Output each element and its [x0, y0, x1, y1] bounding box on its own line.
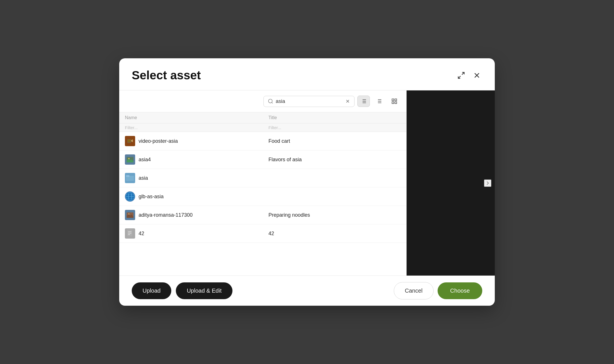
table-row[interactable]: aditya-romansa-117300 Preparing noodles [119, 206, 406, 224]
modal-footer: Upload Upload & Edit Cancel Choose [119, 276, 495, 306]
search-input[interactable] [276, 98, 343, 104]
left-panel: Name Title Filter... Filter... [119, 90, 407, 276]
footer-left-actions: Upload Upload & Edit [132, 282, 232, 299]
thumb-image2-icon [125, 210, 135, 220]
search-bar-row [119, 90, 406, 112]
search-clear-button[interactable] [345, 99, 350, 104]
asset-name: video-poster-asia [139, 138, 178, 144]
svg-rect-20 [392, 99, 394, 101]
name-cell: aditya-romansa-117300 [119, 206, 263, 224]
title-cell [263, 193, 407, 200]
footer-right-actions: Cancel Choose [394, 282, 482, 299]
svg-rect-31 [126, 175, 129, 177]
title-cell: Food cart [263, 134, 407, 148]
search-icon [268, 98, 273, 104]
table-row[interactable]: video-poster-asia Food cart [119, 132, 406, 150]
asset-name: aditya-romansa-117300 [139, 212, 193, 218]
grid-view-button[interactable] [388, 96, 401, 107]
table-row[interactable]: asia [119, 169, 406, 187]
svg-line-1 [458, 76, 461, 78]
expand-button[interactable] [456, 70, 466, 80]
thumb-folder-icon [125, 173, 135, 183]
thumb-image-icon [125, 154, 135, 165]
choose-button[interactable]: Choose [438, 282, 482, 299]
asset-title: Flavors of asia [269, 157, 302, 163]
close-button[interactable] [471, 70, 482, 81]
table-row[interactable]: 42 42 [119, 224, 406, 243]
name-cell: glb-as-asia [119, 187, 263, 206]
svg-marker-26 [131, 139, 133, 142]
asset-title: Preparing noodles [269, 212, 310, 218]
svg-rect-21 [395, 99, 397, 101]
svg-point-4 [269, 99, 272, 103]
name-cell: 42 [119, 224, 263, 243]
column-title-header: Title [263, 112, 407, 123]
svg-line-5 [272, 102, 273, 104]
svg-rect-25 [128, 140, 131, 142]
modal-body: Name Title Filter... Filter... [119, 90, 495, 276]
column-name-header: Name [119, 112, 263, 123]
table-row[interactable]: glb-as-asia [119, 187, 406, 206]
asset-title: Food cart [269, 138, 290, 144]
header-actions [456, 70, 482, 81]
table-header: Name Title [119, 112, 406, 123]
title-cell: 42 [263, 227, 407, 241]
select-asset-modal: Select asset [119, 58, 495, 306]
list-view-button[interactable] [373, 96, 385, 107]
svg-line-0 [462, 73, 464, 75]
asset-name: glb-as-asia [139, 194, 164, 200]
upload-edit-button[interactable]: Upload & Edit [176, 282, 232, 299]
tree-view-button[interactable] [357, 96, 370, 107]
thumb-globe-icon [125, 191, 135, 202]
modal-title: Select asset [132, 69, 201, 82]
thumb-video-icon [125, 136, 135, 146]
table-row[interactable]: asia4 Flavors of asia [119, 150, 406, 169]
asset-title: 42 [269, 231, 274, 237]
preview-panel [407, 90, 495, 276]
name-cell: asia [119, 169, 263, 187]
name-cell: asia4 [119, 150, 263, 169]
name-cell: video-poster-asia [119, 132, 263, 150]
asset-name: asia4 [139, 157, 151, 163]
title-cell: Preparing noodles [263, 208, 407, 222]
title-cell: Flavors of asia [263, 153, 407, 167]
asset-name: asia [139, 175, 148, 181]
name-filter: Filter... [119, 123, 263, 132]
title-filter: Filter... [263, 123, 407, 132]
svg-rect-23 [392, 102, 394, 104]
upload-button[interactable]: Upload [132, 282, 171, 299]
search-input-wrapper [263, 96, 355, 107]
preview-chevron-button[interactable] [484, 179, 491, 187]
svg-rect-22 [395, 102, 397, 104]
cancel-button[interactable]: Cancel [394, 282, 434, 299]
asset-name: 42 [139, 231, 144, 237]
modal-header: Select asset [119, 58, 495, 90]
asset-table: Name Title Filter... Filter... [119, 112, 406, 276]
filter-row: Filter... Filter... [119, 123, 406, 132]
title-cell [263, 174, 407, 182]
thumb-document-icon [125, 228, 135, 239]
